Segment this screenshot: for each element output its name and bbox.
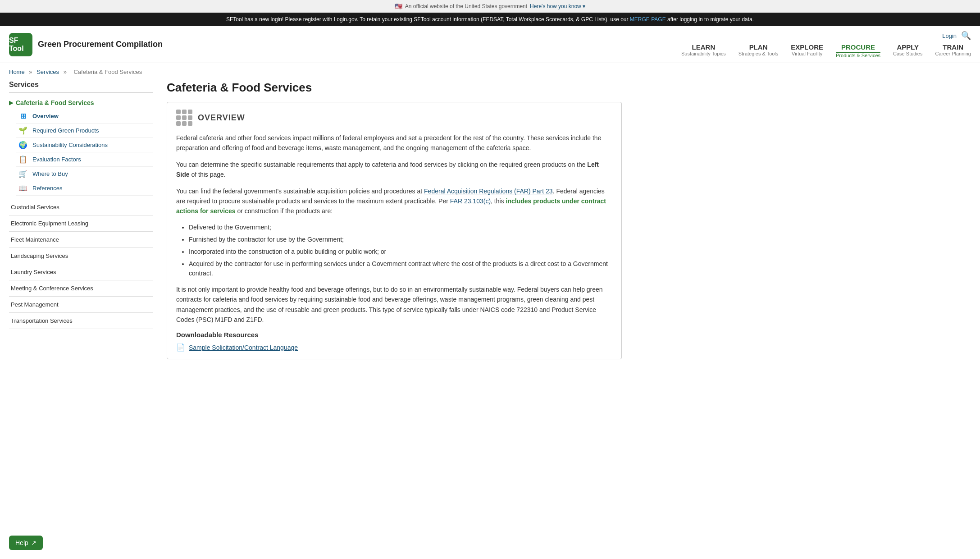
bullet-item: Incorporated into the construction of a …: [189, 247, 612, 257]
search-icon[interactable]: 🔍: [961, 31, 971, 41]
site-logo[interactable]: SF Tool: [9, 33, 32, 56]
login-search-row: Login 🔍: [942, 31, 971, 41]
sidebar-item-laundry[interactable]: Laundry Services: [9, 264, 153, 280]
page-title: Cafeteria & Food Services: [167, 81, 622, 95]
references-icon: 📖: [18, 184, 28, 192]
sidebar-item-evaluation[interactable]: 📋 Evaluation Factors: [16, 152, 153, 167]
bullet-item: Furnished by the contractor for use by t…: [189, 235, 612, 244]
how-you-know-link[interactable]: Here's how you know ▾: [530, 3, 585, 9]
sidebar-item-fleet[interactable]: Fleet Maintenance: [9, 232, 153, 248]
nav-item-apply[interactable]: APPLY Case Studies: [893, 43, 922, 58]
sidebar-item-pest[interactable]: Pest Management: [9, 297, 153, 313]
main-content: Cafeteria & Food Services OVERVIEW Feder…: [167, 81, 622, 368]
sidebar-item-references[interactable]: 📖 References: [16, 181, 153, 196]
alert-text2: after logging in to migrate your data.: [667, 16, 754, 23]
logo-wrap: SF Tool Green Procurement Compilation: [9, 33, 163, 56]
resource-item-solicitation[interactable]: 📄 Sample Solicitation/Contract Language: [176, 343, 612, 352]
main-nav: LEARN Sustainability Topics PLAN Strateg…: [681, 43, 971, 58]
bullet-list: Delivered to the Government; Furnished b…: [176, 223, 612, 278]
sidebar-item-overview[interactable]: ⊞ Overview: [16, 109, 153, 124]
breadcrumb-home[interactable]: Home: [9, 69, 25, 75]
header: SF Tool Green Procurement Compilation Lo…: [0, 26, 980, 63]
bullet-item: Delivered to the Government;: [189, 223, 612, 232]
breadcrumb-services[interactable]: Services: [36, 69, 59, 75]
overview-title: OVERVIEW: [198, 113, 245, 123]
gov-banner: 🇺🇸 An official website of the United Sta…: [0, 0, 980, 13]
sidebar-section-label: Cafeteria & Food Services: [16, 99, 94, 106]
overview-grid-icon: [176, 110, 192, 126]
sidebar-item-required-green[interactable]: 🌱 Required Green Products: [16, 124, 153, 138]
alert-banner: SFTool has a new login! Please register …: [0, 13, 980, 26]
content-para-3: You can find the federal government's su…: [176, 186, 612, 216]
sidebar-item-electronic[interactable]: Electronic Equipment Leasing: [9, 215, 153, 232]
sidebar-active-section[interactable]: ▶ Cafeteria & Food Services: [9, 96, 153, 109]
breadcrumb-current: Cafeteria & Food Services: [73, 69, 142, 75]
site-title: Green Procurement Compilation: [38, 40, 163, 49]
page-layout: Services ▶ Cafeteria & Food Services ⊞ O…: [0, 81, 631, 386]
us-flag: 🇺🇸: [395, 3, 402, 10]
content-para-1: Federal cafeteria and other food service…: [176, 133, 612, 153]
resource-link[interactable]: Sample Solicitation/Contract Language: [189, 344, 298, 351]
green-products-icon: 🌱: [18, 126, 28, 135]
sidebar-item-transportation[interactable]: Transportation Services: [9, 313, 153, 329]
nav-item-learn[interactable]: LEARN Sustainability Topics: [681, 43, 726, 58]
sidebar: Services ▶ Cafeteria & Food Services ⊞ O…: [9, 81, 153, 368]
nav-item-train[interactable]: TRAIN Career Planning: [935, 43, 971, 58]
header-nav-right: Login 🔍 LEARN Sustainability Topics PLAN…: [681, 31, 971, 58]
sidebar-item-landscaping[interactable]: Landscaping Services: [9, 248, 153, 264]
downloadable-heading: Downloadable Resources: [176, 331, 612, 339]
section-arrow: ▶: [9, 100, 13, 106]
sidebar-other-items: Custodial Services Electronic Equipment …: [9, 199, 153, 329]
alert-text1: SFTool has a new login! Please register …: [226, 16, 629, 23]
sustainability-icon: 🌍: [18, 141, 28, 149]
evaluation-icon: 📋: [18, 155, 28, 164]
login-link[interactable]: Login: [942, 32, 957, 39]
nav-item-explore[interactable]: EXPLORE Virtual Facility: [791, 43, 823, 58]
nav-item-procure[interactable]: PROCURE Products & Services: [836, 43, 880, 58]
where-to-buy-icon: 🛒: [18, 170, 28, 178]
sidebar-item-meeting[interactable]: Meeting & Conference Services: [9, 280, 153, 297]
sidebar-sub-items: ⊞ Overview 🌱 Required Green Products 🌍 S…: [9, 109, 153, 196]
sidebar-item-sustainability[interactable]: 🌍 Sustainability Considerations: [16, 138, 153, 152]
breadcrumb: Home » Services » Cafeteria & Food Servi…: [0, 63, 980, 81]
merge-page-link[interactable]: MERGE PAGE: [630, 16, 666, 23]
sidebar-item-custodial[interactable]: Custodial Services: [9, 199, 153, 215]
nav-item-plan[interactable]: PLAN Strategies & Tools: [738, 43, 778, 58]
overview-header: OVERVIEW: [176, 110, 612, 126]
content-para-4: It is not only important to provide heal…: [176, 284, 612, 325]
far-link[interactable]: Federal Acquisition Regulations (FAR) Pa…: [424, 188, 553, 195]
sidebar-item-where-to-buy[interactable]: 🛒 Where to Buy: [16, 167, 153, 181]
content-para-2: You can determine the specific sustainab…: [176, 160, 612, 180]
overview-icon: ⊞: [18, 112, 28, 120]
gov-banner-text: An official website of the United States…: [405, 3, 527, 9]
file-icon: 📄: [176, 343, 185, 352]
far-23103c-link[interactable]: FAR 23.103(c): [450, 197, 491, 205]
sidebar-title: Services: [9, 81, 153, 93]
bullet-item: Acquired by the contractor for use in pe…: [189, 259, 612, 278]
overview-box: OVERVIEW Federal cafeteria and other foo…: [167, 102, 622, 359]
